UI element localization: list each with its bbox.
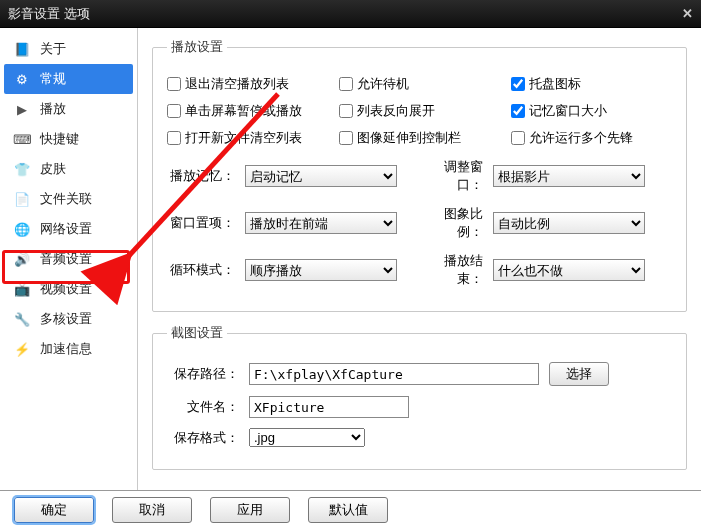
select-1a[interactable]: 播放时在前端 xyxy=(245,212,397,234)
checkbox[interactable] xyxy=(339,77,353,91)
info-icon: 📘 xyxy=(12,40,32,58)
sidebar-item-label: 关于 xyxy=(40,40,66,58)
checkbox[interactable] xyxy=(167,131,181,145)
browse-button[interactable]: 选择 xyxy=(549,362,609,386)
ok-button[interactable]: 确定 xyxy=(14,497,94,523)
file-icon: 📄 xyxy=(12,190,32,208)
check-2-2[interactable]: 允许运行多个先锋 xyxy=(511,129,661,147)
footer: 确定 取消 应用 默认值 xyxy=(0,490,701,528)
sidebar-item-1[interactable]: ⚙常规 xyxy=(4,64,133,94)
checkbox[interactable] xyxy=(511,131,525,145)
sidebar-item-4[interactable]: 👕皮肤 xyxy=(0,154,137,184)
checkbox[interactable] xyxy=(339,131,353,145)
sidebar-item-label: 音频设置 xyxy=(40,250,92,268)
select-0b[interactable]: 根据影片 xyxy=(493,165,645,187)
format-label: 保存格式： xyxy=(167,429,239,447)
checkbox[interactable] xyxy=(167,77,181,91)
globe-icon: 🌐 xyxy=(12,220,32,238)
check-1-1[interactable]: 列表反向展开 xyxy=(339,102,489,120)
checkbox[interactable] xyxy=(167,104,181,118)
path-label: 保存路径： xyxy=(167,365,239,383)
sidebar-item-5[interactable]: 📄文件关联 xyxy=(0,184,137,214)
check-2-0[interactable]: 打开新文件清空列表 xyxy=(167,129,317,147)
sel-lbl-1b: 图象比例： xyxy=(421,205,483,241)
shirt-icon: 👕 xyxy=(12,160,32,178)
sel-lbl-0a: 播放记忆： xyxy=(167,167,235,185)
sidebar-item-label: 皮肤 xyxy=(40,160,66,178)
select-2b[interactable]: 什么也不做 xyxy=(493,259,645,281)
sidebar-item-7[interactable]: 🔊音频设置 xyxy=(0,244,137,274)
check-0-0[interactable]: 退出清空播放列表 xyxy=(167,75,317,93)
sidebar-item-label: 快捷键 xyxy=(40,130,79,148)
sidebar-item-label: 常规 xyxy=(40,70,66,88)
sidebar-item-label: 多核设置 xyxy=(40,310,92,328)
sidebar-item-label: 播放 xyxy=(40,100,66,118)
check-1-0[interactable]: 单击屏幕暂停或播放 xyxy=(167,102,317,120)
check-0-2[interactable]: 托盘图标 xyxy=(511,75,661,93)
sidebar-item-label: 加速信息 xyxy=(40,340,92,358)
sidebar-item-label: 文件关联 xyxy=(40,190,92,208)
checkbox[interactable] xyxy=(511,77,525,91)
check-0-1[interactable]: 允许待机 xyxy=(339,75,489,93)
path-input[interactable] xyxy=(249,363,539,385)
select-1b[interactable]: 自动比例 xyxy=(493,212,645,234)
sidebar: 📘关于⚙常规▶播放⌨快捷键👕皮肤📄文件关联🌐网络设置🔊音频设置📺视频设置🔧多核设… xyxy=(0,28,138,490)
sidebar-item-label: 视频设置 xyxy=(40,280,92,298)
tv-icon: 📺 xyxy=(12,280,32,298)
playback-settings-group: 播放设置 退出清空播放列表允许待机托盘图标单击屏幕暂停或播放列表反向展开记忆窗口… xyxy=(152,38,687,312)
keyboard-icon: ⌨ xyxy=(12,130,32,148)
sidebar-item-2[interactable]: ▶播放 xyxy=(0,94,137,124)
playback-legend: 播放设置 xyxy=(167,38,227,56)
close-icon[interactable]: ✕ xyxy=(682,6,693,21)
sel-lbl-2b: 播放结束： xyxy=(421,252,483,288)
sidebar-item-10[interactable]: ⚡加速信息 xyxy=(0,334,137,364)
sidebar-item-0[interactable]: 📘关于 xyxy=(0,34,137,64)
sel-lbl-0b: 调整窗口： xyxy=(421,158,483,194)
sidebar-item-9[interactable]: 🔧多核设置 xyxy=(0,304,137,334)
sel-lbl-1a: 窗口置项： xyxy=(167,214,235,232)
cpu-icon: 🔧 xyxy=(12,310,32,328)
sel-lbl-2a: 循环模式： xyxy=(167,261,235,279)
bolt-icon: ⚡ xyxy=(12,340,32,358)
default-button[interactable]: 默认值 xyxy=(308,497,388,523)
apply-button[interactable]: 应用 xyxy=(210,497,290,523)
checkbox[interactable] xyxy=(339,104,353,118)
select-0a[interactable]: 启动记忆 xyxy=(245,165,397,187)
speaker-icon: 🔊 xyxy=(12,250,32,268)
sidebar-item-8[interactable]: 📺视频设置 xyxy=(0,274,137,304)
capture-legend: 截图设置 xyxy=(167,324,227,342)
sidebar-item-6[interactable]: 🌐网络设置 xyxy=(0,214,137,244)
play-icon: ▶ xyxy=(12,100,32,118)
filename-label: 文件名： xyxy=(167,398,239,416)
filename-input[interactable] xyxy=(249,396,409,418)
check-2-1[interactable]: 图像延伸到控制栏 xyxy=(339,129,489,147)
sidebar-item-3[interactable]: ⌨快捷键 xyxy=(0,124,137,154)
titlebar: 影音设置 选项 ✕ xyxy=(0,0,701,28)
check-1-2[interactable]: 记忆窗口大小 xyxy=(511,102,661,120)
format-select[interactable]: .jpg xyxy=(249,428,365,447)
sidebar-item-label: 网络设置 xyxy=(40,220,92,238)
select-2a[interactable]: 顺序播放 xyxy=(245,259,397,281)
cancel-button[interactable]: 取消 xyxy=(112,497,192,523)
checkbox[interactable] xyxy=(511,104,525,118)
capture-settings-group: 截图设置 保存路径： 选择 文件名： 保存格式： .jpg xyxy=(152,324,687,470)
main-panel: 播放设置 退出清空播放列表允许待机托盘图标单击屏幕暂停或播放列表反向展开记忆窗口… xyxy=(138,28,701,490)
window-title: 影音设置 选项 xyxy=(8,5,90,23)
gear-icon: ⚙ xyxy=(12,70,32,88)
